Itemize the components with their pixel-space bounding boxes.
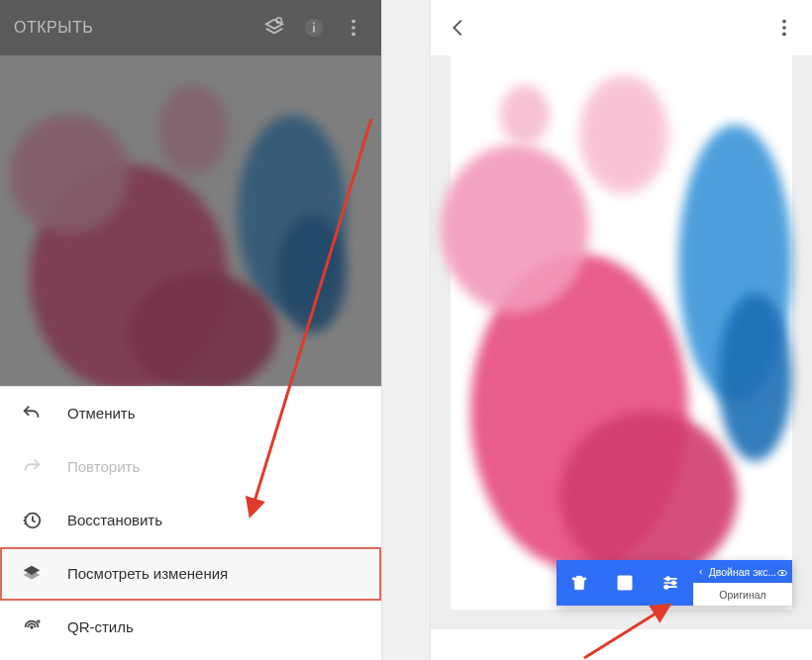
eye-icon xyxy=(776,567,788,581)
menu-qr-style-label: QR-стиль xyxy=(67,618,134,635)
back-icon[interactable] xyxy=(439,8,478,47)
menu-restore-label: Восстановить xyxy=(67,512,162,528)
undo-icon xyxy=(20,402,44,425)
screen-right: ‹ Двойная экс... Оригинал xyxy=(431,0,812,660)
open-button-label[interactable]: ОТКРЫТЬ xyxy=(8,19,254,37)
more-vert-icon-right[interactable] xyxy=(764,8,804,47)
menu-view-changes[interactable]: Посмотреть изменения xyxy=(0,547,381,601)
svg-rect-2 xyxy=(313,23,315,25)
redo-icon xyxy=(20,455,44,479)
svg-point-4 xyxy=(352,26,355,30)
svg-point-14 xyxy=(672,581,675,584)
history-sheet: Отменить Повторить Восстановить Посмотре… xyxy=(0,386,381,654)
svg-point-10 xyxy=(782,33,786,37)
qr-style-icon xyxy=(20,615,44,639)
menu-undo-label: Отменить xyxy=(67,405,136,422)
svg-point-8 xyxy=(782,20,786,24)
svg-point-3 xyxy=(352,20,355,24)
restore-icon xyxy=(20,509,44,532)
screen-left: ОТКРЫТЬ xyxy=(0,0,381,660)
layers-refresh-icon[interactable] xyxy=(254,8,294,47)
menu-undo[interactable]: Отменить xyxy=(0,387,381,440)
edit-button[interactable] xyxy=(602,560,648,606)
ink-image-right xyxy=(451,55,792,610)
delete-button[interactable] xyxy=(557,560,602,606)
layers-icon xyxy=(20,562,44,586)
svg-point-9 xyxy=(782,26,786,30)
topbar-right xyxy=(431,0,812,55)
menu-redo: Повторить xyxy=(0,440,381,494)
svg-point-7 xyxy=(31,626,33,628)
image-canvas-right: ‹ Двойная экс... Оригинал xyxy=(431,55,812,629)
svg-point-5 xyxy=(352,33,355,37)
image-canvas-left xyxy=(0,55,381,386)
stack-bottom-label: Оригинал xyxy=(719,589,765,601)
menu-view-changes-label: Посмотреть изменения xyxy=(67,565,228,582)
svg-rect-1 xyxy=(313,26,315,32)
svg-point-13 xyxy=(666,577,669,580)
svg-rect-11 xyxy=(572,578,585,580)
menu-restore[interactable]: Восстановить xyxy=(0,494,381,547)
svg-point-15 xyxy=(664,586,667,589)
stack-item-double-exposure[interactable]: ‹ Двойная экс... xyxy=(693,560,792,583)
info-icon[interactable] xyxy=(294,8,334,47)
menu-qr-style[interactable]: QR-стиль xyxy=(0,601,381,654)
more-vert-icon[interactable] xyxy=(334,8,373,47)
svg-point-17 xyxy=(781,572,783,574)
tune-button[interactable] xyxy=(648,560,693,606)
menu-redo-label: Повторить xyxy=(67,458,140,475)
stack-top-label: Двойная экс... xyxy=(709,566,777,578)
edit-toolstrip: ‹ Двойная экс... Оригинал xyxy=(557,560,792,606)
edit-stack[interactable]: ‹ Двойная экс... Оригинал xyxy=(693,560,792,606)
chevron-left-icon: ‹ xyxy=(699,566,702,577)
topbar-left: ОТКРЫТЬ xyxy=(0,0,381,55)
stack-item-original[interactable]: Оригинал xyxy=(693,583,792,606)
